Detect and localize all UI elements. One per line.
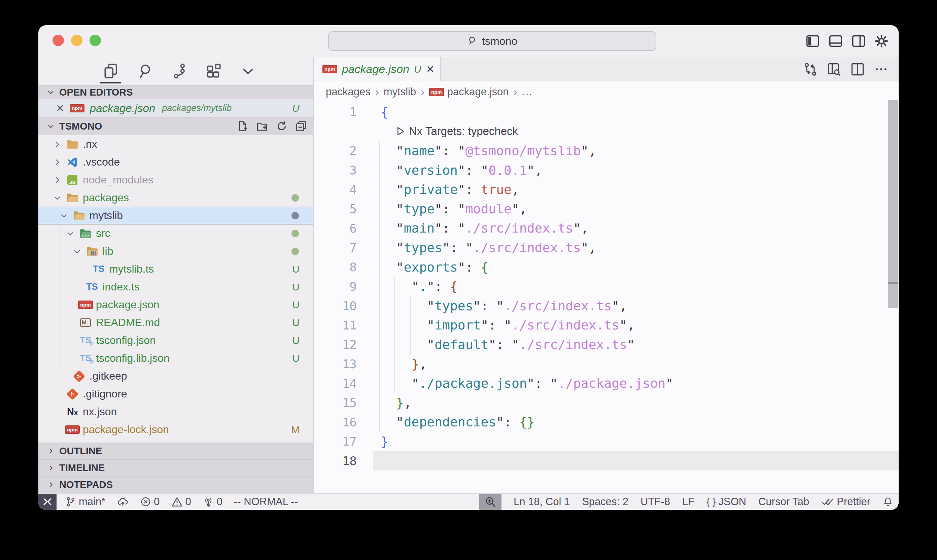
remote-indicator[interactable]: [38, 494, 57, 510]
line-number: 3: [314, 163, 357, 177]
chevron-right-icon: [50, 140, 65, 149]
tsgear-icon: TS: [78, 334, 93, 347]
code-text: "types": "./src/index.ts",: [381, 298, 627, 313]
tree-item-package-lock.json[interactable]: npmpackage-lock.jsonM: [38, 421, 313, 438]
tree-item-label: .vscode: [83, 156, 120, 168]
section-header-outline[interactable]: OUTLINE: [38, 443, 313, 459]
toggle-primary-sidebar-icon[interactable]: [805, 33, 820, 49]
codelens-nx-targets[interactable]: Nx Targets: typecheck: [314, 122, 899, 142]
status-item-ln-18-col-1[interactable]: Ln 18, Col 1: [514, 496, 570, 508]
status-item-cloud-upload[interactable]: [117, 496, 129, 507]
open-changes-icon[interactable]: [803, 62, 818, 77]
status-item-0[interactable]: 0: [203, 496, 223, 508]
close-window-button[interactable]: [52, 35, 64, 46]
run-icon: [396, 126, 405, 136]
breadcrumb-item-mytslib[interactable]: mytslib: [384, 86, 416, 98]
new-file-icon[interactable]: [236, 120, 249, 132]
tree-item-.vscode[interactable]: .vscode: [38, 153, 313, 171]
tree-item-package.json[interactable]: npmpackage.jsonU: [38, 296, 313, 314]
status-item-prettier[interactable]: Prettier: [821, 496, 870, 508]
scrollbar-thumb[interactable]: [888, 100, 898, 308]
code-text: "dependencies": {}: [381, 415, 535, 429]
git-status-badge: U: [292, 353, 300, 364]
tree-item-README.md[interactable]: M↓README.mdU: [38, 314, 313, 331]
open-editors-header[interactable]: OPEN EDITORS: [38, 85, 313, 99]
status-item-main-[interactable]: main*: [65, 496, 105, 508]
layout-controls: [805, 33, 889, 49]
preview-search-icon[interactable]: [826, 62, 842, 77]
tree-item-.gitkeep[interactable]: .gitkeep: [38, 367, 313, 385]
code-line-3: 3 "version": "0.0.1",: [314, 160, 899, 180]
code-line-6: 6 "main": "./src/index.ts",: [314, 219, 899, 238]
explorer-icon[interactable]: [102, 62, 120, 80]
tree-item-tsconfig.json[interactable]: TStsconfig.jsonU: [38, 331, 313, 349]
status-item-label: Ln 18, Col 1: [514, 496, 570, 508]
tab-package-json[interactable]: npm package.json U ✕: [314, 57, 441, 82]
code-editor[interactable]: 1{Nx Targets: typecheck2 "name": "@tsmon…: [314, 102, 899, 493]
status-item-label: -- NORMAL --: [234, 496, 298, 508]
tree-item-mytslib.ts[interactable]: TSmytslib.tsU: [38, 260, 313, 278]
section-header-notepads[interactable]: NOTEPADS: [38, 476, 313, 493]
toggle-secondary-sidebar-icon[interactable]: [851, 33, 866, 49]
status-item-utf-8[interactable]: UTF-8: [640, 496, 670, 508]
tree-item-.gitignore[interactable]: .gitignore: [38, 385, 313, 403]
line-number: 4: [314, 183, 357, 197]
status-item-lf[interactable]: LF: [682, 496, 694, 508]
tree-item-label: README.md: [96, 316, 160, 329]
tree-item-label: tsconfig.lib.json: [96, 352, 170, 365]
tree-item-label: package.json: [96, 298, 160, 311]
open-editor-item[interactable]: ✕ npm package.json packages/mytslib U: [38, 99, 313, 117]
title-bar: tsmono: [38, 25, 899, 57]
npm-icon: npm: [70, 104, 85, 112]
tree-item-mytslib[interactable]: mytslib: [38, 207, 313, 225]
close-editor-icon[interactable]: ✕: [56, 102, 64, 114]
chevron-down-icon: [70, 247, 85, 256]
line-number: 9: [314, 280, 357, 294]
status-item-json[interactable]: { }JSON: [706, 496, 746, 508]
extensions-icon[interactable]: [205, 62, 223, 80]
tree-item-label: nx.json: [83, 406, 117, 418]
code-text: "name": "@tsmono/mytslib",: [381, 143, 596, 158]
folder-lib-icon: [85, 245, 100, 258]
tab-close-icon[interactable]: ✕: [426, 63, 434, 75]
tree-item-lib[interactable]: lib: [38, 242, 313, 260]
breadcrumb-item--[interactable]: …: [522, 86, 532, 98]
tree-item-label: mytslib.ts: [109, 263, 154, 275]
status-item-bell[interactable]: [883, 496, 893, 507]
status-item-cursor-tab[interactable]: Cursor Tab: [758, 496, 809, 508]
tree-item-packages[interactable]: packages: [38, 189, 313, 207]
tree-item-.nx[interactable]: .nx: [38, 135, 313, 153]
more-actions-icon[interactable]: [874, 62, 889, 77]
tree-item-index.ts[interactable]: TSindex.tsU: [38, 278, 313, 296]
tree-item-nx.json[interactable]: Nxnx.json: [38, 403, 313, 421]
chevron-right-icon: [46, 447, 56, 455]
status-item-zoom-plus[interactable]: [479, 494, 502, 510]
more-views-chevron-icon[interactable]: [239, 62, 257, 80]
command-center-search[interactable]: tsmono: [328, 31, 656, 51]
breadcrumb-item-packages[interactable]: packages: [326, 86, 371, 98]
status-item-label: Spaces: 2: [582, 496, 628, 508]
settings-gear-icon[interactable]: [874, 33, 889, 49]
tree-item-tsconfig.lib.json[interactable]: TStsconfig.lib.jsonU: [38, 349, 313, 367]
section-header-timeline[interactable]: TIMELINE: [38, 459, 313, 476]
search-icon[interactable]: [136, 62, 154, 80]
status-item-spaces-2[interactable]: Spaces: 2: [582, 496, 628, 508]
breadcrumb-item-package-json[interactable]: npmpackage.json: [429, 86, 509, 98]
source-control-icon[interactable]: [170, 62, 188, 80]
modified-children-dot: [291, 194, 299, 202]
status-item-0[interactable]: 0: [171, 496, 191, 508]
minimize-window-button[interactable]: [71, 35, 83, 46]
new-folder-icon[interactable]: [256, 120, 269, 132]
zoom-window-button[interactable]: [89, 35, 101, 46]
tree-item-src[interactable]: </>src: [38, 225, 313, 242]
tree-item-node_modules[interactable]: JSnode_modules: [38, 171, 313, 189]
status-item--normal-[interactable]: -- NORMAL --: [234, 496, 298, 508]
chevron-down-icon: [46, 88, 56, 96]
status-item-0[interactable]: 0: [140, 496, 160, 508]
explorer-root-header[interactable]: TSMONO: [38, 117, 313, 135]
collapse-all-icon[interactable]: [295, 120, 308, 132]
refresh-icon[interactable]: [275, 120, 288, 132]
split-editor-icon[interactable]: [850, 62, 865, 77]
line-number: 14: [314, 377, 357, 391]
toggle-panel-icon[interactable]: [828, 33, 843, 49]
